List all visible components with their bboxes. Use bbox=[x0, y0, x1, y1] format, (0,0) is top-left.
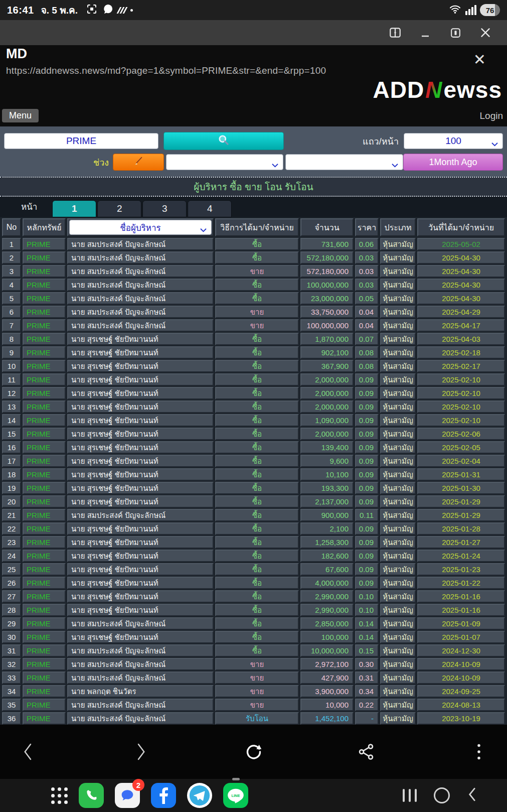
nav-back-icon[interactable] bbox=[467, 787, 478, 804]
filter-panel: แถว/หน้า 100 ช่วง 1Month Ago bbox=[0, 126, 507, 177]
close-window-icon[interactable] bbox=[478, 25, 493, 40]
addnewss-logo: ADDNewss bbox=[373, 76, 502, 103]
table-row: 13PRIMEนาย สุรเชษฐ์ ชัยปัทมานนท์ซื้อ2,00… bbox=[2, 400, 505, 413]
status-bar: 16:41 จ. 5 พ.ค. 76 bbox=[0, 0, 507, 20]
window-controls-bar bbox=[0, 20, 507, 45]
logo-text: ADD bbox=[373, 77, 425, 103]
cell-price: 0.10 bbox=[355, 590, 379, 603]
cell-method: ซื้อ bbox=[215, 400, 299, 413]
cell-no: 21 bbox=[2, 509, 21, 521]
apps-grid-icon[interactable] bbox=[51, 787, 68, 804]
cell-type: หุ้นสามัญ bbox=[380, 400, 416, 413]
cell-type: หุ้นสามัญ bbox=[380, 306, 416, 318]
table-row: 15PRIMEนาย สุรเชษฐ์ ชัยปัทมานนท์ซื้อ2,00… bbox=[2, 428, 505, 440]
search-icon bbox=[217, 133, 230, 149]
table-row: 26PRIMEนาย สุรเชษฐ์ ชัยปัทมานนท์ซื้อ4,00… bbox=[2, 577, 505, 589]
cell-no: 26 bbox=[2, 577, 21, 589]
cell-type: หุ้นสามัญ bbox=[380, 428, 416, 440]
home-icon[interactable] bbox=[434, 787, 450, 803]
refresh-icon[interactable] bbox=[243, 741, 265, 763]
executive-trades-table: No หลักทรัพย์ ชื่อผู้บริหาร วิธีการได้มา… bbox=[0, 217, 507, 725]
cell-no: 5 bbox=[2, 292, 21, 305]
pagination: หน้า 1234 bbox=[0, 197, 507, 217]
cell-type: หุ้นสามัญ bbox=[380, 482, 416, 494]
cell-type: หุ้นสามัญ bbox=[380, 699, 416, 711]
header-type: ประเภท bbox=[380, 218, 416, 236]
cell-date: 2025-01-16 bbox=[417, 590, 505, 603]
table-row: 30PRIMEนาย สุรเชษฐ์ ชัยปัทมานนท์ซื้อ100,… bbox=[2, 631, 505, 643]
cell-no: 20 bbox=[2, 495, 21, 508]
page-button-3[interactable]: 3 bbox=[142, 200, 187, 217]
cell-symbol: PRIME bbox=[23, 251, 66, 264]
rows-per-page-select[interactable]: 100 bbox=[404, 133, 503, 149]
cell-price: 0.14 bbox=[355, 631, 379, 643]
cell-date: 2025-02-04 bbox=[417, 455, 505, 467]
cell-method: ซื้อ bbox=[215, 333, 299, 345]
cell-method: ขาย bbox=[215, 685, 299, 698]
close-page-icon[interactable]: ✕ bbox=[473, 52, 486, 67]
cell-price: 0.09 bbox=[355, 522, 379, 535]
recents-icon[interactable] bbox=[403, 789, 417, 802]
telegram-app-icon[interactable] bbox=[187, 783, 212, 808]
messages-app-icon[interactable]: 2 bbox=[115, 783, 140, 808]
range-start-select[interactable] bbox=[166, 154, 284, 170]
cell-symbol: PRIME bbox=[23, 319, 66, 332]
page-button-2[interactable]: 2 bbox=[97, 200, 141, 217]
cell-amount: 2,972,100 bbox=[300, 658, 354, 670]
table-row: 3PRIMEนาย สมประสงค์ ปัญจะลักษณ์ขาย572,18… bbox=[2, 265, 505, 278]
cell-executive-name: นาย สมประสงค์ ปัญจะลักษณ์ bbox=[67, 251, 214, 264]
executive-name-select[interactable]: ชื่อผู้บริหาร bbox=[69, 220, 212, 235]
forward-icon[interactable] bbox=[130, 741, 152, 763]
cell-price: 0.09 bbox=[355, 468, 379, 481]
cell-amount: 100,000,000 bbox=[300, 279, 354, 291]
cell-symbol: PRIME bbox=[23, 685, 66, 698]
cell-no: 10 bbox=[2, 360, 21, 372]
header-symbol: หลักทรัพย์ bbox=[23, 218, 66, 236]
cell-method: ซื้อ bbox=[215, 292, 299, 305]
table-row: 31PRIMEนาย สมประสงค์ ปัญจะลักษณ์ซื้อ10,0… bbox=[2, 644, 505, 657]
restore-window-icon[interactable] bbox=[448, 25, 463, 40]
cell-type: หุ้นสามัญ bbox=[380, 468, 416, 481]
cell-amount: 2,000,000 bbox=[300, 400, 354, 413]
cell-type: หุ้นสามัญ bbox=[380, 617, 416, 630]
cell-price: 0.09 bbox=[355, 400, 379, 413]
facebook-app-icon[interactable] bbox=[151, 783, 176, 808]
login-link[interactable]: Login bbox=[480, 110, 503, 121]
share-icon[interactable] bbox=[355, 741, 377, 763]
cell-executive-name: นาย สุรเชษฐ์ ชัยปัทมานนท์ bbox=[67, 428, 214, 440]
header-date: วันที่ได้มา/จำหน่าย bbox=[417, 218, 505, 236]
menu-button[interactable]: Menu bbox=[2, 109, 39, 122]
cell-symbol: PRIME bbox=[23, 631, 66, 643]
system-nav bbox=[403, 787, 478, 804]
back-icon[interactable] bbox=[17, 741, 39, 763]
line-app-icon[interactable]: LINE bbox=[223, 783, 248, 808]
cell-executive-name: นาย สมประสงค์ ปัญจะลักษณ์ bbox=[67, 712, 214, 725]
page-button-4[interactable]: 4 bbox=[188, 200, 232, 217]
header-name: ชื่อผู้บริหาร bbox=[67, 218, 214, 236]
split-screen-icon[interactable] bbox=[388, 25, 403, 40]
minimize-icon[interactable] bbox=[418, 25, 433, 40]
one-month-ago-button[interactable]: 1Month Ago bbox=[403, 154, 503, 171]
cell-date: 2025-05-02 bbox=[417, 238, 505, 250]
cell-amount: 4,000,000 bbox=[300, 577, 354, 589]
page-button-1[interactable]: 1 bbox=[52, 200, 96, 217]
cell-type: หุ้นสามัญ bbox=[380, 414, 416, 427]
clock: 16:41 bbox=[7, 5, 34, 16]
range-end-select[interactable] bbox=[285, 154, 403, 170]
table-row: 10PRIMEนาย สุรเชษฐ์ ชัยปัทมานนท์ซื้อ367,… bbox=[2, 360, 505, 372]
cell-no: 6 bbox=[2, 306, 21, 318]
cell-symbol: PRIME bbox=[23, 536, 66, 549]
symbol-input[interactable] bbox=[4, 133, 158, 149]
table-row: 24PRIMEนาย สุรเชษฐ์ ชัยปัทมานนท์ซื้อ182,… bbox=[2, 550, 505, 562]
cell-type: หุ้นสามัญ bbox=[380, 441, 416, 454]
cell-symbol: PRIME bbox=[23, 279, 66, 291]
more-menu-icon[interactable] bbox=[468, 741, 490, 763]
table-row: 17PRIMEนาย สุรเชษฐ์ ชัยปัทมานนท์ซื้อ9,60… bbox=[2, 455, 505, 467]
app-dock: 2 LINE bbox=[0, 779, 507, 812]
cell-price: 0.11 bbox=[355, 509, 379, 521]
clear-range-button[interactable] bbox=[113, 154, 163, 171]
cell-method: ซื้อ bbox=[215, 238, 299, 250]
phone-app-icon[interactable] bbox=[79, 783, 104, 808]
cell-symbol: PRIME bbox=[23, 550, 66, 562]
search-button[interactable] bbox=[163, 132, 284, 150]
